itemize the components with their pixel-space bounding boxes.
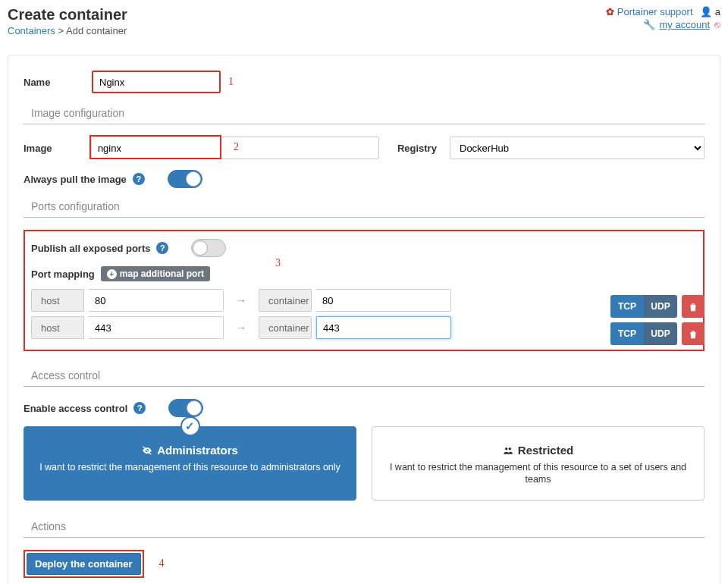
name-label: Name [24,77,92,88]
container-port-input[interactable] [316,316,451,339]
annotation-1: 1 [228,76,234,88]
publish-ports-row: Publish all exposed ports ? [31,239,697,257]
arrow-icon: → [236,294,246,306]
host-port-input[interactable] [89,316,224,339]
name-row: Name 1 [24,71,704,93]
port-mapping-row: host → container [31,316,697,339]
annotation-box-4: Deploy the container [24,550,144,578]
port-mapping-row: host → container [31,289,697,312]
administrators-card[interactable]: ✓ Administrators I want to restrict the … [24,426,356,501]
tcp-button[interactable]: TCP [610,295,644,318]
wrench-icon: 🔧 [643,19,655,30]
image-config-header: Image configuration [24,104,704,124]
help-icon[interactable]: ? [133,402,146,414]
port-mapping-label: Port mapping [31,268,95,280]
image-label: Image [24,143,91,154]
tcp-button[interactable]: TCP [610,322,644,345]
deploy-container-button[interactable]: Deploy the container [27,553,141,575]
create-container-panel: Name 1 Image configuration Image 2 Regis… [8,55,720,584]
udp-button[interactable]: UDP [644,295,677,318]
page-title: Create container [8,6,127,24]
user-icon: 👤 [700,6,712,17]
check-icon: ✓ [180,416,200,436]
host-port-input[interactable] [89,289,224,312]
restricted-title: Restricted [518,444,573,457]
help-icon[interactable]: ? [156,242,168,254]
host-addon: host [31,316,84,339]
lifebuoy-icon: ✿ [606,6,614,17]
help-icon[interactable]: ? [133,173,145,185]
map-additional-port-button[interactable]: + map additional port [101,266,210,281]
host-addon: host [31,289,84,312]
restricted-card[interactable]: Restricted I want to restrict the manage… [372,426,704,501]
trash-icon [688,329,698,340]
breadcrumb: Containers > Add container [8,25,127,36]
access-control-cards: ✓ Administrators I want to restrict the … [24,426,704,501]
administrators-desc: I want to restrict the management of thi… [33,461,347,473]
annotation-4: 4 [159,557,165,570]
udp-button[interactable]: UDP [644,322,677,345]
access-control-header: Access control [24,366,704,387]
svg-point-2 [508,447,511,450]
name-input[interactable] [92,71,221,93]
svg-point-1 [505,447,508,450]
image-row: Image 2 Registry DockerHub [24,137,704,159]
breadcrumb-current: Add container [66,25,127,36]
publish-ports-toggle[interactable] [191,239,226,257]
ports-config-header: Ports configuration [24,197,704,218]
page-header: Create container Containers > Add contai… [0,0,728,39]
users-icon [503,445,513,456]
annotation-zone-3: Publish all exposed ports ? 3 Port mappi… [24,230,704,351]
container-addon: container [259,289,312,312]
container-port-input[interactable] [316,289,451,312]
breadcrumb-link-containers[interactable]: Containers [8,25,55,36]
eye-slash-icon [142,445,152,456]
plus-icon: + [107,269,117,279]
enable-access-control-toggle[interactable] [168,399,203,417]
arrow-icon: → [236,322,246,334]
protocol-group: TCP UDP [610,322,677,345]
protocol-group: TCP UDP [610,295,677,318]
delete-mapping-button[interactable] [682,295,704,318]
administrators-title: Administrators [157,444,238,457]
always-pull-toggle[interactable] [168,170,202,188]
annotation-3: 3 [275,257,281,269]
restricted-desc: I want to restrict the management of thi… [381,461,695,486]
publish-ports-label: Publish all exposed ports [31,243,150,254]
enable-access-control-label: Enable access control [24,403,127,414]
port-mapping-header: Port mapping + map additional port [31,266,697,281]
annotation-2: 2 [234,141,239,153]
my-account-link[interactable]: my account [660,19,710,30]
logout-icon[interactable]: ⎋ [714,19,720,30]
delete-mapping-button[interactable] [682,322,704,345]
support-link[interactable]: ✿ Portainer support 👤 a [606,6,720,17]
always-pull-row: Always pull the image ? [24,170,704,188]
enable-access-control-row: Enable access control ? [24,399,704,417]
registry-label: Registry [397,143,450,154]
trash-icon [688,302,698,312]
registry-select[interactable]: DockerHub [450,137,704,159]
actions-header: Actions [24,517,704,538]
always-pull-label: Always pull the image [24,174,127,185]
container-addon: container [259,316,312,339]
